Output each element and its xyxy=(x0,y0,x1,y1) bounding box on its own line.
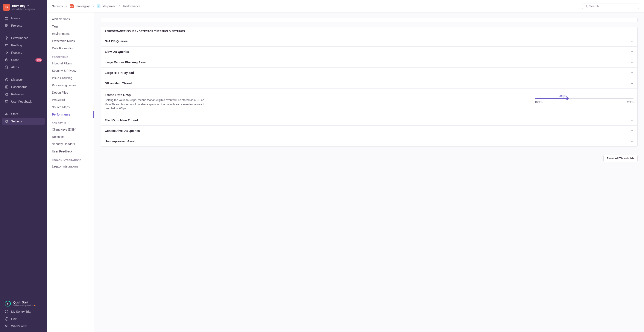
subnav-security-headers[interactable]: Security Headers xyxy=(47,140,94,148)
org-switcher[interactable]: NX new-org abdullah.khan@sen… xyxy=(0,2,47,14)
subnav-data-forwarding[interactable]: Data Forwarding xyxy=(47,45,94,52)
row-label: Slow DB Queries xyxy=(105,50,129,54)
performance-icon xyxy=(5,36,8,40)
row-label: N+1 DB Queries xyxy=(105,40,128,43)
row-slow-db-queries[interactable]: Slow DB Queries xyxy=(101,47,327,57)
nav-alerts[interactable]: Alerts xyxy=(2,64,45,71)
row-consecutive-db-queries[interactable]: Consecutive DB Queries xyxy=(101,126,327,136)
row-label: File I/O on Main Thread xyxy=(105,119,138,122)
row-large-http-payload[interactable]: Large HTTP Payload xyxy=(101,68,327,78)
nav-label: Discover xyxy=(11,78,23,81)
svg-rect-2 xyxy=(7,24,8,25)
row-np1-db-queries[interactable]: N+1 DB Queries xyxy=(101,36,327,47)
discover-icon xyxy=(5,78,8,82)
nav-profiling[interactable]: Profiling xyxy=(2,42,45,49)
subnav-processing-issues[interactable]: Processing Issues xyxy=(47,82,94,89)
alerts-icon xyxy=(5,65,8,69)
react-icon: ⚛ xyxy=(96,4,100,8)
nav-label: Settings xyxy=(11,120,22,123)
nav-issues[interactable]: Issues xyxy=(2,15,45,22)
issues-icon xyxy=(5,16,8,20)
dashboards-icon xyxy=(5,85,8,89)
beta-badge: beta xyxy=(36,58,42,62)
previous-panel-stub xyxy=(101,18,327,22)
nav-label: Projects xyxy=(11,24,22,27)
chevron-right-icon xyxy=(118,5,121,8)
frame-rate-drop-desc: Setting the value to 60fps, means that a… xyxy=(105,98,208,111)
nav-crons[interactable]: Crons beta xyxy=(2,56,45,64)
org-name: new-org xyxy=(12,4,25,8)
replays-icon xyxy=(5,51,8,55)
nav-settings[interactable]: Settings xyxy=(2,118,45,125)
subnav-alert-settings[interactable]: Alert Settings xyxy=(47,16,94,23)
row-db-on-main-thread[interactable]: DB on Main Thread xyxy=(101,78,327,89)
crumb-project[interactable]: ⚛ vite-project xyxy=(96,4,116,8)
crumb-org-label: new-org-xy xyxy=(75,5,90,8)
subnav-security-privacy[interactable]: Security & Privacy xyxy=(47,67,94,74)
nav-dashboards[interactable]: Dashboards xyxy=(2,83,45,91)
nav-releases[interactable]: Releases xyxy=(2,91,45,98)
feedback-icon xyxy=(5,100,8,104)
subnav-group-legacy: LEGACY INTEGRATIONS xyxy=(47,155,94,163)
row-label: Consecutive DB Queries xyxy=(105,129,140,133)
org-avatar: NX xyxy=(3,4,10,11)
crons-icon xyxy=(5,58,8,62)
nav-discover[interactable]: Discover xyxy=(2,76,45,83)
subnav-performance[interactable]: Performance xyxy=(47,111,94,118)
row-file-io-main-thread[interactable]: File I/O on Main Thread xyxy=(101,115,327,126)
subnav-proguard[interactable]: ProGuard xyxy=(47,96,94,104)
subnav-user-feedback[interactable]: User Feedback xyxy=(47,148,94,155)
main-content: Performance Issues - Detector Threshold … xyxy=(94,13,327,168)
chevron-right-icon xyxy=(92,5,94,8)
org-email: abdullah.khan@sen… xyxy=(12,8,37,11)
nav-label: Profiling xyxy=(11,44,22,47)
subnav-environments[interactable]: Environments xyxy=(47,30,94,37)
panel-footer: Reset All Thresholds xyxy=(101,152,327,162)
topbar: Settings NX new-org-xy ⚛ vite-project Pe… xyxy=(47,0,327,13)
subnav-source-maps[interactable]: Source Maps xyxy=(47,104,94,111)
settings-icon xyxy=(5,119,8,123)
projects-icon xyxy=(5,24,8,28)
nav-performance[interactable]: Performance xyxy=(2,34,45,42)
subnav-group-sdk: SDK SETUP xyxy=(47,118,94,126)
nav-replays[interactable]: Replays xyxy=(2,49,45,56)
breadcrumb: Settings NX new-org-xy ⚛ vite-project Pe… xyxy=(52,4,140,8)
nav-label: Stats xyxy=(11,112,18,116)
stats-icon xyxy=(5,112,8,116)
crumb-org[interactable]: NX new-org-xy xyxy=(70,4,90,8)
row-label: Large Render Blocking Asset xyxy=(105,61,146,64)
row-uncompressed-asset[interactable]: Uncompressed Asset xyxy=(101,136,327,146)
settings-subnav: Alert Settings Tags Environments Ownersh… xyxy=(47,13,94,168)
panel-header: Performance Issues - Detector Threshold … xyxy=(101,27,327,36)
svg-rect-0 xyxy=(5,18,8,19)
subnav-legacy-integrations[interactable]: Legacy Integrations xyxy=(47,163,94,168)
subnav-client-keys[interactable]: Client Keys (DSN) xyxy=(47,126,94,133)
svg-point-6 xyxy=(6,66,8,68)
subnav-group-processing: PROCESSING xyxy=(47,52,94,60)
nav-label: Dashboards xyxy=(11,85,28,89)
subnav-inbound-filters[interactable]: Inbound Filters xyxy=(47,60,94,67)
row-label: Large HTTP Payload xyxy=(105,71,134,75)
subnav-ownership-rules[interactable]: Ownership Rules xyxy=(47,37,94,45)
svg-point-10 xyxy=(6,121,7,122)
svg-rect-4 xyxy=(5,45,8,46)
svg-rect-3 xyxy=(5,26,6,27)
nav-projects[interactable]: Projects xyxy=(2,22,45,29)
subnav-releases[interactable]: Releases xyxy=(47,133,94,140)
subnav-debug-files[interactable]: Debug Files xyxy=(47,89,94,96)
subnav-issue-grouping[interactable]: Issue Grouping xyxy=(47,74,94,82)
nav-stats[interactable]: Stats xyxy=(2,110,45,118)
nav-label: Performance xyxy=(11,36,28,40)
frame-rate-drop-title: Frame Rate Drop xyxy=(105,93,327,97)
nav-user-feedback[interactable]: User Feedback xyxy=(2,98,45,105)
row-large-render-blocking-asset[interactable]: Large Render Blocking Asset xyxy=(101,57,327,68)
subnav-tags[interactable]: Tags xyxy=(47,23,94,30)
crumb-settings[interactable]: Settings xyxy=(52,5,63,8)
org-badge-icon: NX xyxy=(70,4,74,8)
chevron-right-icon xyxy=(65,5,68,8)
svg-rect-9 xyxy=(6,94,8,95)
row-label: Uncompressed Asset xyxy=(105,140,136,143)
detector-thresholds-panel: Performance Issues - Detector Threshold … xyxy=(101,27,327,147)
nav-label: Crons xyxy=(11,58,19,62)
crumb-project-label: vite-project xyxy=(102,5,116,8)
